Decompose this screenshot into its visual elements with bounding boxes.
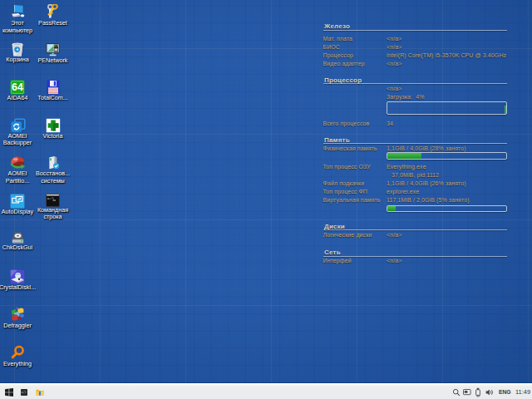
svg-text:C:\: C:\	[22, 391, 27, 394]
svg-text:64: 64	[12, 81, 23, 93]
svg-text:C:\: C:\	[47, 195, 54, 200]
